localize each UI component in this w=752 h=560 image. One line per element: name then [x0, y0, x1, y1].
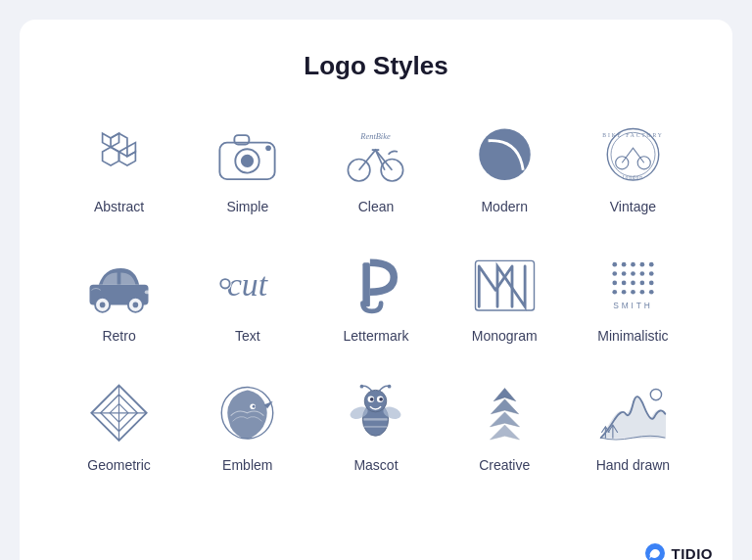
- svg-point-31: [612, 262, 617, 267]
- style-item-lettermark[interactable]: Lettermark: [315, 240, 436, 353]
- svg-point-34: [639, 262, 644, 267]
- svg-point-65: [380, 397, 384, 401]
- modern-icon: [465, 120, 543, 189]
- styles-grid: Abstract Simple: [59, 111, 693, 483]
- simple-label: Simple: [226, 199, 268, 214]
- svg-point-33: [631, 262, 635, 267]
- style-item-monogram[interactable]: Monogram: [445, 240, 565, 353]
- vintage-label: Vintage: [610, 199, 656, 214]
- creative-label: Creative: [479, 457, 530, 473]
- minimalistic-label: Minimalistic: [597, 328, 668, 344]
- svg-point-22: [100, 303, 106, 308]
- svg-point-50: [649, 290, 654, 295]
- tidio-text: TIDIO: [672, 545, 714, 561]
- svg-text:BIKE FACTORY: BIKE FACTORY: [602, 132, 663, 138]
- hand-drawn-label: Hand drawn: [596, 457, 671, 473]
- svg-marker-74: [490, 412, 519, 427]
- lettermark-icon: [337, 250, 415, 318]
- style-item-text[interactable]: cut Text: [187, 240, 307, 353]
- svg-point-13: [479, 129, 531, 181]
- svg-point-44: [639, 281, 644, 286]
- svg-point-46: [612, 290, 617, 295]
- style-item-minimalistic[interactable]: SMITH Minimalistic: [573, 240, 693, 353]
- svg-point-36: [612, 271, 617, 276]
- svg-text:RentBike: RentBike: [360, 131, 392, 141]
- text-icon: cut: [209, 250, 287, 318]
- simple-icon: [209, 120, 287, 189]
- svg-point-45: [649, 281, 654, 286]
- logo-styles-card: Logo Styles Abstract: [20, 20, 732, 560]
- tidio-badge: TIDIO: [644, 542, 714, 560]
- svg-point-41: [612, 281, 617, 286]
- tidio-logo-icon: [644, 542, 666, 560]
- lettermark-label: Lettermark: [344, 328, 409, 344]
- abstract-icon: [80, 120, 159, 189]
- modern-label: Modern: [481, 199, 527, 214]
- abstract-label: Abstract: [94, 199, 144, 214]
- svg-point-59: [253, 405, 256, 408]
- svg-text:cut: cut: [227, 266, 269, 303]
- svg-marker-73: [491, 399, 518, 414]
- svg-point-38: [631, 271, 635, 276]
- svg-point-39: [639, 271, 644, 276]
- svg-marker-75: [490, 425, 519, 440]
- style-item-vintage[interactable]: BIKE FACTORY london Vintage: [573, 111, 693, 224]
- style-item-hand-drawn[interactable]: Hand drawn: [573, 369, 693, 483]
- svg-rect-29: [363, 262, 371, 306]
- style-item-simple[interactable]: Simple: [187, 111, 307, 224]
- page-title: Logo Styles: [59, 51, 693, 81]
- svg-point-64: [370, 397, 374, 401]
- emblem-icon: [209, 379, 287, 447]
- style-item-retro[interactable]: Retro: [59, 240, 179, 353]
- emblem-label: Emblem: [222, 457, 272, 473]
- svg-text:london: london: [623, 174, 643, 180]
- creative-icon: [465, 379, 543, 447]
- svg-point-32: [622, 262, 627, 267]
- clean-icon: RentBike: [337, 120, 415, 189]
- style-item-geometric[interactable]: Geometric: [59, 369, 179, 483]
- svg-text:SMITH: SMITH: [613, 301, 652, 310]
- svg-point-48: [631, 290, 635, 295]
- svg-point-76: [650, 390, 661, 400]
- retro-icon: [80, 250, 159, 318]
- mascot-label: Mascot: [353, 457, 398, 473]
- style-item-emblem[interactable]: Emblem: [187, 369, 307, 483]
- svg-point-49: [639, 290, 644, 295]
- svg-point-40: [649, 271, 654, 276]
- svg-point-43: [631, 281, 635, 286]
- mascot-icon: [337, 379, 415, 447]
- svg-point-9: [266, 146, 272, 152]
- svg-point-24: [133, 303, 139, 308]
- monogram-label: Monogram: [472, 328, 538, 344]
- svg-rect-25: [145, 291, 151, 295]
- svg-point-47: [622, 290, 627, 295]
- svg-point-67: [388, 385, 392, 389]
- style-item-creative[interactable]: Creative: [445, 369, 565, 483]
- geometric-label: Geometric: [87, 457, 151, 473]
- retro-label: Retro: [102, 328, 135, 344]
- hand-drawn-icon: [593, 379, 672, 447]
- style-item-mascot[interactable]: Mascot: [315, 369, 436, 483]
- style-item-clean[interactable]: RentBike Clean: [315, 111, 436, 224]
- geometric-icon: [80, 379, 159, 447]
- svg-marker-2: [103, 148, 119, 166]
- svg-point-66: [360, 385, 364, 389]
- minimalistic-icon: SMITH: [593, 250, 672, 318]
- style-item-abstract[interactable]: Abstract: [59, 111, 179, 224]
- svg-point-42: [622, 281, 627, 286]
- svg-point-37: [622, 271, 627, 276]
- svg-point-7: [241, 155, 254, 167]
- style-item-modern[interactable]: Modern: [445, 111, 565, 224]
- text-label: Text: [235, 328, 260, 344]
- vintage-icon: BIKE FACTORY london: [593, 120, 672, 189]
- monogram-icon: [465, 250, 543, 318]
- clean-label: Clean: [358, 199, 395, 214]
- svg-point-15: [611, 133, 655, 177]
- svg-point-35: [649, 262, 654, 267]
